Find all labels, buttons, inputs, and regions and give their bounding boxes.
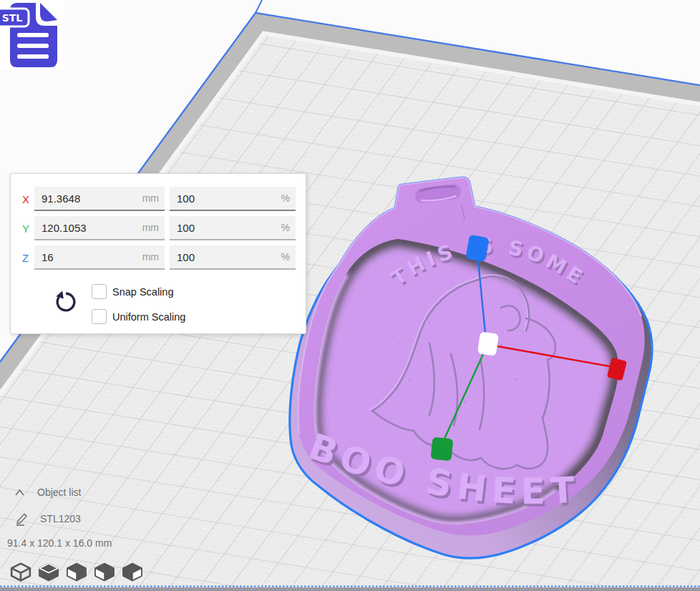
x-percent-field-wrap: % — [170, 187, 296, 211]
y-percent-input[interactable] — [170, 216, 296, 239]
cube-left-icon — [94, 562, 115, 582]
z-axis-label: Z — [22, 252, 34, 264]
model-dimensions-text: 91.4 x 120.1 x 16.0 mm — [7, 537, 112, 549]
cube-right-icon — [122, 562, 143, 582]
snap-scaling-label: Snap Scaling — [112, 286, 173, 298]
y-percent-field-wrap: % — [170, 216, 296, 240]
scale-row-z: Z mm % — [22, 245, 296, 270]
x-mm-input[interactable] — [34, 187, 165, 210]
z-mm-input[interactable] — [34, 245, 165, 268]
pencil-icon — [15, 512, 29, 526]
view-right-side-button[interactable] — [122, 562, 143, 582]
z-scale-handle[interactable] — [465, 235, 489, 262]
z-mm-field-wrap: mm — [34, 245, 165, 270]
stl-badge-label: STL — [2, 12, 23, 24]
cube-3d-icon — [10, 562, 31, 582]
object-list-header[interactable]: Object list — [14, 487, 81, 498]
view-3d-button[interactable] — [10, 562, 31, 582]
y-mm-field-wrap: mm — [34, 216, 165, 240]
model-dimensions: 91.4 x 120.1 x 16.0 mm — [7, 537, 112, 549]
y-scale-handle[interactable] — [430, 437, 453, 461]
snap-scaling-checkbox[interactable] — [92, 284, 107, 299]
view-left-side-button[interactable] — [94, 562, 115, 582]
cube-front-icon — [38, 562, 59, 582]
uniform-scaling-checkbox[interactable] — [92, 309, 107, 324]
y-axis-label: Y — [22, 223, 34, 235]
chevron-up-icon — [14, 488, 25, 497]
y-mm-input[interactable] — [34, 216, 165, 239]
object-list-title: Object list — [37, 487, 81, 498]
center-scale-handle[interactable] — [477, 331, 499, 356]
reset-scale-button[interactable] — [54, 290, 78, 314]
rotate-ccw-icon — [54, 290, 78, 314]
slicer-app: THIS IS SOME THIS IS SOME — [0, 0, 700, 591]
stl-file-icon: STL — [0, 0, 64, 70]
cube-top-icon — [66, 562, 87, 582]
uniform-scaling-label: Uniform Scaling — [112, 311, 185, 323]
snap-scaling-option: Snap Scaling — [92, 284, 173, 299]
object-name: STL1203 — [40, 513, 81, 524]
x-axis-label: X — [22, 193, 34, 205]
z-percent-input[interactable] — [170, 245, 296, 268]
view-top-button[interactable] — [66, 562, 87, 582]
scale-row-y: Y mm % — [22, 216, 296, 240]
z-percent-field-wrap: % — [170, 245, 296, 270]
uniform-scaling-option: Uniform Scaling — [92, 309, 185, 324]
x-percent-input[interactable] — [170, 187, 296, 210]
view-front-button[interactable] — [38, 562, 59, 582]
scale-tool-panel: X mm % Y mm % Z mm — [10, 173, 306, 334]
scale-row-x: X mm % — [22, 187, 296, 211]
x-mm-field-wrap: mm — [34, 187, 165, 211]
camera-view-toolbar — [10, 562, 143, 582]
stl-document-icon: STL — [0, 0, 64, 70]
object-list-item[interactable]: STL1203 — [15, 512, 81, 526]
plate-front-edge — [0, 587, 700, 591]
